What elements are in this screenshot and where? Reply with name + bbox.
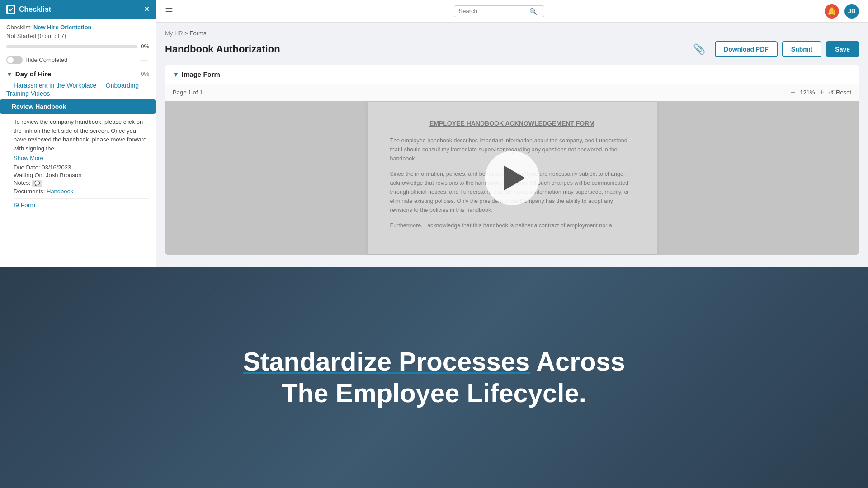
form-card-header: ▼ Image Form xyxy=(165,65,859,84)
breadcrumb: My HR > Forms xyxy=(165,30,859,37)
reset-button[interactable]: ↺ Reset xyxy=(829,89,851,96)
show-more-link[interactable]: Show More xyxy=(14,155,149,161)
progress-bar-background xyxy=(6,45,137,48)
action-divider xyxy=(710,42,710,56)
promo-line2: The Employee Lifecycle. xyxy=(282,378,586,408)
main-content: ☰ 🔍 🔔 JB My HR > Forms Handbook Authoriz… xyxy=(156,0,868,267)
save-button[interactable]: Save xyxy=(826,41,859,57)
progress-percent: 0% xyxy=(141,43,149,50)
reset-icon: ↺ xyxy=(829,89,834,96)
section-chevron-icon[interactable]: ▼ xyxy=(6,70,13,78)
page-header: Handbook Authorization 📎 Download PDF Su… xyxy=(165,41,859,57)
checklist-name: New Hire Orientation xyxy=(33,24,92,31)
search-input[interactable] xyxy=(459,8,527,14)
checklist-meta: Checklist: New Hire Orientation xyxy=(6,24,149,31)
i9-form-link[interactable]: I9 Form xyxy=(14,198,149,209)
task-documents: Documents: Handbook xyxy=(14,188,149,195)
hide-completed-toggle[interactable] xyxy=(6,56,23,64)
section-percent: 0% xyxy=(141,70,149,77)
avatar-button[interactable]: JB xyxy=(844,4,859,19)
task-description: To review the company handbook, please c… xyxy=(14,117,149,153)
submit-button[interactable]: Submit xyxy=(782,41,821,57)
video-overlay[interactable] xyxy=(165,101,859,255)
search-icon: 🔍 xyxy=(529,8,537,15)
hide-completed-label: Hide Completed xyxy=(25,56,67,63)
svg-rect-0 xyxy=(8,6,14,13)
task-due-date: Due Date: 03/16/2023 xyxy=(14,164,149,171)
task-notes: Notes: 💬 xyxy=(14,179,149,187)
promo-highlight: Standardize Processes xyxy=(243,347,530,376)
sidebar-close-icon[interactable]: × xyxy=(144,5,149,14)
page-info: Page 1 of 1 xyxy=(173,89,203,96)
breadcrumb-current: Forms xyxy=(190,30,207,37)
sidebar-header: Checklist × xyxy=(0,0,156,19)
section-header-left: ▼ Day of Hire xyxy=(6,70,51,78)
toggle-knob xyxy=(7,57,14,63)
page-title: Handbook Authorization xyxy=(165,43,280,55)
header-actions: 📎 Download PDF Submit Save xyxy=(693,41,859,57)
sidebar: Checklist × Checklist: New Hire Orientat… xyxy=(0,0,156,267)
section-header: ▼ Day of Hire 0% xyxy=(6,70,149,78)
handbook-link[interactable]: Handbook xyxy=(47,188,73,195)
play-triangle-icon xyxy=(504,165,525,191)
form-card-header-left: ▼ Image Form xyxy=(173,70,220,78)
notification-button[interactable]: 🔔 xyxy=(825,4,839,19)
promo-section: Standardize Processes Across The Employe… xyxy=(0,267,868,488)
promo-line1-suffix: Across xyxy=(536,347,625,376)
breadcrumb-separator: > xyxy=(184,30,188,37)
form-card: ▼ Image Form Page 1 of 1 − 121% + ↺ Rese… xyxy=(165,65,859,255)
breadcrumb-parent[interactable]: My HR xyxy=(165,30,183,37)
top-bar: ☰ 🔍 🔔 JB xyxy=(156,0,868,23)
top-bar-right: 🔔 JB xyxy=(825,4,859,19)
sidebar-title: Checklist xyxy=(19,5,51,14)
checklist-status: Not Started (0 out of 7) xyxy=(6,33,149,39)
form-toolbar: Page 1 of 1 − 121% + ↺ Reset xyxy=(165,84,859,101)
hamburger-icon[interactable]: ☰ xyxy=(165,6,173,17)
form-body: EMPLOYEE HANDBOOK ACKNOWLEDGEMENT FORM T… xyxy=(165,101,859,255)
sidebar-body: Checklist: New Hire Orientation Not Star… xyxy=(0,19,156,267)
checklist-icon xyxy=(6,5,15,14)
form-card-label: Image Form xyxy=(182,70,220,78)
task-waiting-on: Waiting On: Josh Bronson xyxy=(14,172,149,178)
more-options-button[interactable]: ··· xyxy=(140,55,149,65)
hide-completed-toggle-wrap[interactable]: Hide Completed xyxy=(6,56,67,64)
promo-text: Standardize Processes Across The Employe… xyxy=(243,346,625,408)
zoom-out-button[interactable]: − xyxy=(791,88,796,97)
zoom-controls: − 121% + ↺ Reset xyxy=(791,88,851,97)
hide-completed-row: Hide Completed ··· xyxy=(6,55,149,65)
search-box[interactable]: 🔍 xyxy=(454,5,544,17)
section-title: Day of Hire xyxy=(15,70,51,78)
checklist-item-review-handbook[interactable]: Review Handbook xyxy=(0,99,156,114)
form-chevron-icon[interactable]: ▼ xyxy=(173,71,179,78)
notes-icon[interactable]: 💬 xyxy=(32,180,42,187)
zoom-level: 121% xyxy=(800,89,815,96)
attach-icon[interactable]: 📎 xyxy=(693,43,705,55)
play-button[interactable] xyxy=(485,151,539,205)
content-area: My HR > Forms Handbook Authorization 📎 D… xyxy=(156,23,868,267)
sidebar-header-left: Checklist xyxy=(6,5,51,14)
download-pdf-button[interactable]: Download PDF xyxy=(715,41,778,57)
zoom-in-button[interactable]: + xyxy=(820,88,825,97)
progress-row: 0% xyxy=(6,43,149,50)
